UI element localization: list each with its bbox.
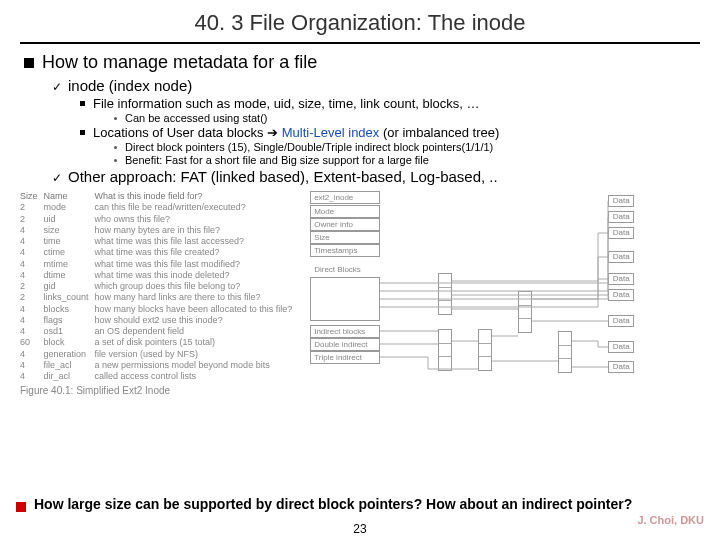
table-cell: osd1 bbox=[44, 326, 95, 337]
table-cell: 4 bbox=[20, 259, 44, 270]
table-cell: 4 bbox=[20, 349, 44, 360]
inode-table-wrap: Size Name What is this inode field for? … bbox=[20, 191, 298, 396]
table-row: 60blocka set of disk pointers (15 total) bbox=[20, 337, 298, 348]
table-cell: 4 bbox=[20, 236, 44, 247]
loc-link: Multi-Level index bbox=[282, 125, 380, 140]
th-size: Size bbox=[20, 191, 44, 202]
diagram-wires bbox=[308, 191, 648, 381]
arrow-icon: ➔ bbox=[267, 125, 278, 140]
table-cell: 2 bbox=[20, 281, 44, 292]
table-cell: 4 bbox=[20, 304, 44, 315]
question-text: How large size can be supported by direc… bbox=[34, 496, 632, 512]
table-row: 4file_acla new permissions model beyond … bbox=[20, 360, 298, 371]
inode-diagram: ext2_inode Mode Owner info Size Timestam… bbox=[308, 191, 648, 381]
bullet-l1: How to manage metadata for a file bbox=[24, 52, 696, 73]
table-header: Size Name What is this inode field for? bbox=[20, 191, 298, 202]
content-area: How to manage metadata for a file ✓ inod… bbox=[0, 52, 720, 185]
table-cell: how many hard links are there to this fi… bbox=[95, 292, 299, 303]
title-underline bbox=[20, 42, 700, 44]
bullet-l2-other: ✓ Other approach: FAT (linked based), Ex… bbox=[52, 168, 696, 185]
table-cell: how many blocks have been allocated to t… bbox=[95, 304, 299, 315]
bullet-l3-locations: Locations of User data blocks ➔ Multi-Le… bbox=[80, 125, 696, 140]
bullet-l2-inode: ✓ inode (index node) bbox=[52, 77, 696, 94]
table-row: 4blockshow many blocks have been allocat… bbox=[20, 304, 298, 315]
l3-text: File information such as mode, uid, size… bbox=[93, 96, 480, 111]
table-row: 4timewhat time was this file last access… bbox=[20, 236, 298, 247]
th-name: Name bbox=[44, 191, 95, 202]
table-cell: dir_acl bbox=[44, 371, 95, 382]
table-cell: what time was this inode deleted? bbox=[95, 270, 299, 281]
table-cell: dtime bbox=[44, 270, 95, 281]
table-row: 4mtimewhat time was this file last modif… bbox=[20, 259, 298, 270]
dot-icon bbox=[114, 146, 117, 149]
loc-pre: Locations of User data blocks bbox=[93, 125, 267, 140]
table-row: 4sizehow many bytes are in this file? bbox=[20, 225, 298, 236]
table-cell: links_count bbox=[44, 292, 95, 303]
figure-area: Size Name What is this inode field for? … bbox=[0, 187, 720, 396]
slide-title: 40. 3 File Organization: The inode bbox=[0, 0, 720, 40]
dot-icon bbox=[114, 117, 117, 120]
question-row: How large size can be supported by direc… bbox=[16, 496, 704, 512]
table-row: 2modecan this file be read/written/execu… bbox=[20, 202, 298, 213]
table-row: 4dir_aclcalled access control lists bbox=[20, 371, 298, 382]
bullet-l3-fileinfo: File information such as mode, uid, size… bbox=[80, 96, 696, 111]
small-square-icon bbox=[80, 101, 85, 106]
table-cell: 2 bbox=[20, 214, 44, 225]
l4-text: Can be accessed using stat() bbox=[125, 112, 267, 124]
table-cell: 4 bbox=[20, 270, 44, 281]
table-cell: 4 bbox=[20, 225, 44, 236]
table-cell: 4 bbox=[20, 315, 44, 326]
table-cell: 4 bbox=[20, 371, 44, 382]
table-row: 2links_counthow many hard links are ther… bbox=[20, 292, 298, 303]
table-row: 4dtimewhat time was this inode deleted? bbox=[20, 270, 298, 281]
table-cell: generation bbox=[44, 349, 95, 360]
table-cell: file_acl bbox=[44, 360, 95, 371]
table-cell: 2 bbox=[20, 202, 44, 213]
inode-table: Size Name What is this inode field for? … bbox=[20, 191, 298, 382]
table-row: 4ctimewhat time was this file created? bbox=[20, 247, 298, 258]
bullet-l4-stat: Can be accessed using stat() bbox=[114, 112, 696, 124]
table-cell: mtime bbox=[44, 259, 95, 270]
table-cell: size bbox=[44, 225, 95, 236]
table-cell: 2 bbox=[20, 292, 44, 303]
table-cell: mode bbox=[44, 202, 95, 213]
table-cell: a set of disk pointers (15 total) bbox=[95, 337, 299, 348]
l4-text: Direct block pointers (15), Single/Doubl… bbox=[125, 141, 493, 153]
l4-text: Benefit: Fast for a short file and Big s… bbox=[125, 154, 429, 166]
loc-post: (or imbalanced tree) bbox=[379, 125, 499, 140]
check-icon: ✓ bbox=[52, 80, 62, 94]
table-cell: flags bbox=[44, 315, 95, 326]
table-cell: what time was this file last accessed? bbox=[95, 236, 299, 247]
table-cell: ctime bbox=[44, 247, 95, 258]
table-row: 2uidwho owns this file? bbox=[20, 214, 298, 225]
check-icon: ✓ bbox=[52, 171, 62, 185]
table-cell: called access control lists bbox=[95, 371, 299, 382]
table-cell: an OS dependent field bbox=[95, 326, 299, 337]
table-cell: time bbox=[44, 236, 95, 247]
table-cell: blocks bbox=[44, 304, 95, 315]
table-cell: 4 bbox=[20, 360, 44, 371]
table-cell: file version (used by NFS) bbox=[95, 349, 299, 360]
small-square-icon bbox=[80, 130, 85, 135]
table-cell: a new permissions model beyond mode bits bbox=[95, 360, 299, 371]
table-cell: what time was this file created? bbox=[95, 247, 299, 258]
table-cell: gid bbox=[44, 281, 95, 292]
figure-caption: Figure 40.1: Simplified Ext2 Inode bbox=[20, 385, 298, 396]
table-cell: 4 bbox=[20, 247, 44, 258]
th-desc: What is this inode field for? bbox=[95, 191, 299, 202]
bullet-l4-direct: Direct block pointers (15), Single/Doubl… bbox=[114, 141, 696, 153]
l1-text: How to manage metadata for a file bbox=[42, 52, 317, 73]
square-bullet-icon bbox=[24, 58, 34, 68]
table-cell: uid bbox=[44, 214, 95, 225]
table-cell: how many bytes are in this file? bbox=[95, 225, 299, 236]
table-cell: how should ext2 use this inode? bbox=[95, 315, 299, 326]
l2-text: Other approach: FAT (linked based), Exte… bbox=[68, 168, 498, 185]
l3-locations-text: Locations of User data blocks ➔ Multi-Le… bbox=[93, 125, 499, 140]
table-cell: what time was this file last modified? bbox=[95, 259, 299, 270]
table-cell: 4 bbox=[20, 326, 44, 337]
table-cell: which group does this file belong to? bbox=[95, 281, 299, 292]
table-cell: 60 bbox=[20, 337, 44, 348]
dot-icon bbox=[114, 159, 117, 162]
table-row: 4flagshow should ext2 use this inode? bbox=[20, 315, 298, 326]
table-row: 4generationfile version (used by NFS) bbox=[20, 349, 298, 360]
